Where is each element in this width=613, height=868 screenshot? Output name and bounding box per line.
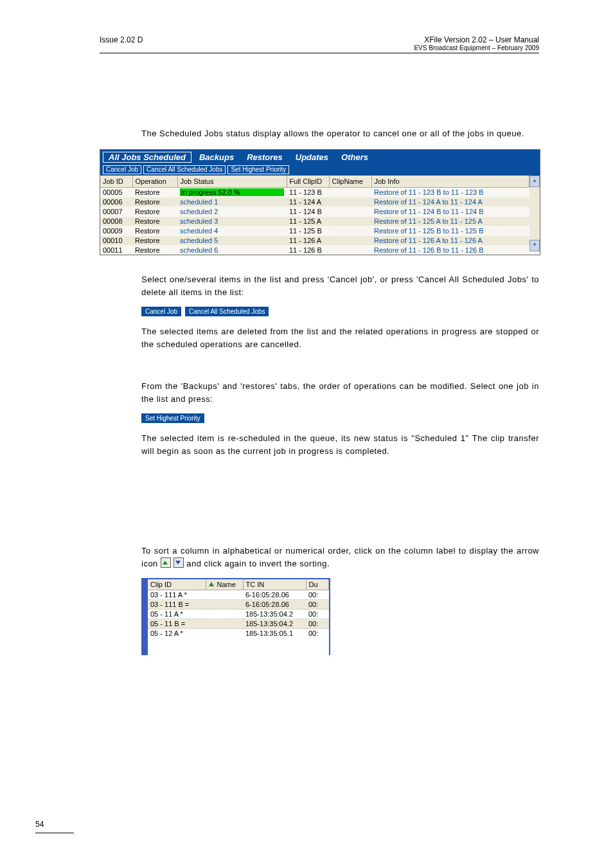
scrollbar[interactable]: ▲ ▼: [529, 176, 540, 251]
col-job-id[interactable]: Job ID: [100, 176, 132, 188]
table-row[interactable]: 00006Restorescheduled 111 - 124 ARestore…: [100, 197, 529, 207]
col-name-label: Name: [217, 581, 236, 588]
table-header-row: Job ID Operation Job Status Full ClipID …: [100, 176, 529, 188]
table-row[interactable]: 00009Restorescheduled 411 - 125 BRestore…: [100, 226, 529, 236]
col-job-status[interactable]: Job Status: [177, 176, 287, 188]
table-cell: 00009: [100, 226, 132, 236]
page-header: Issue 2.02 D XFile Version 2.02 – User M…: [100, 35, 539, 51]
table-cell: Restore: [132, 207, 177, 217]
table-cell: 00:: [306, 600, 329, 610]
sort-ascending-icon: [161, 557, 171, 568]
table-cell: 11 - 125 A: [287, 217, 329, 226]
cancel-job-button[interactable]: Cancel Job: [103, 165, 141, 174]
table-cell: 11 - 125 B: [287, 226, 329, 236]
table-cell: 00008: [100, 217, 132, 226]
table-cell: [329, 217, 371, 226]
table-row[interactable]: 05 - 11 A *185-13:35:04.200:: [148, 610, 329, 619]
table-cell: 00:: [306, 619, 329, 629]
chip-cancel-all[interactable]: Cancel All Scheduled Jobs: [185, 307, 269, 316]
table-cell: 6-16:05:28.06: [243, 600, 306, 610]
table-cell: scheduled 3: [177, 217, 287, 226]
table-cell: Restore: [132, 217, 177, 226]
table-cell: Restore: [132, 226, 177, 236]
table-cell: 185-13:35:05.1: [243, 629, 306, 638]
tab-updates[interactable]: Updates: [290, 152, 333, 162]
tab-restores[interactable]: Restores: [242, 152, 288, 162]
table-row[interactable]: 00005Restorein progress 52.0 %11 - 123 B…: [100, 188, 529, 197]
tabs-row: All Jobs Scheduled Backups Restores Upda…: [100, 150, 540, 164]
table-cell: 03 - 111 A *: [148, 590, 206, 600]
paragraph-rescheduled: The selected item is re-scheduled in the…: [141, 432, 539, 457]
table-cell: [329, 236, 371, 246]
cancel-all-button[interactable]: Cancel All Scheduled Jobs: [143, 165, 226, 174]
paragraph-deleted: The selected items are deleted from the …: [141, 325, 539, 350]
table-cell: [206, 619, 243, 629]
table-cell: [206, 590, 243, 600]
scroll-down-icon[interactable]: ▼: [529, 240, 540, 251]
clip-table: Clip ID Name TC IN Du 03 - 111 A *6-16:0…: [148, 579, 329, 638]
table-cell: scheduled 2: [177, 207, 287, 217]
table-row[interactable]: 00011Restorescheduled 611 - 126 BRestore…: [100, 246, 529, 255]
table-cell: scheduled 4: [177, 226, 287, 236]
table-row[interactable]: 05 - 11 B =185-13:35:04.200:: [148, 619, 329, 629]
paragraph-select: Select one/several items in the list and…: [141, 273, 539, 298]
col-clip-id[interactable]: Clip ID: [148, 579, 206, 590]
paragraph-sort-b: and click again to invert the sorting.: [186, 559, 330, 568]
header-rule: [100, 53, 539, 53]
table-cell: 11 - 123 B: [287, 188, 329, 197]
table-cell: Restore of 11 - 125 B to 11 - 125 B: [371, 226, 529, 236]
table-cell: [329, 207, 371, 217]
table-cell: [329, 246, 371, 255]
col-tc-in[interactable]: TC IN: [243, 579, 306, 590]
table-cell: 00010: [100, 236, 132, 246]
table-cell: 00006: [100, 197, 132, 207]
clip-list-panel: Clip ID Name TC IN Du 03 - 111 A *6-16:0…: [141, 578, 330, 655]
col-clipname[interactable]: ClipName: [329, 176, 371, 188]
scheduled-jobs-panel: All Jobs Scheduled Backups Restores Upda…: [100, 149, 540, 255]
chip-cancel-job[interactable]: Cancel Job: [141, 307, 181, 316]
sort-indicator-icon: [209, 582, 214, 586]
tab-others[interactable]: Others: [336, 152, 373, 162]
table-row[interactable]: 00008Restorescheduled 311 - 125 ARestore…: [100, 217, 529, 226]
table-cell: 185-13:35:04.2: [243, 619, 306, 629]
table-cell: in progress 52.0 %: [177, 188, 287, 197]
table-row[interactable]: 00007Restorescheduled 211 - 124 BRestore…: [100, 207, 529, 217]
header-left: Issue 2.02 D: [100, 35, 143, 44]
table-cell: Restore: [132, 246, 177, 255]
col-job-info[interactable]: Job Info: [371, 176, 529, 188]
table-cell: Restore of 11 - 126 B to 11 - 126 B: [371, 246, 529, 255]
chip-row-cancel: Cancel Job Cancel All Scheduled Jobs: [141, 307, 539, 316]
clip-list-band: [143, 579, 148, 655]
table-cell: 05 - 11 A *: [148, 610, 206, 619]
table-cell: [329, 226, 371, 236]
page-footer: 54: [35, 820, 74, 837]
table-cell: 00:: [306, 610, 329, 619]
col-full-clipid[interactable]: Full ClipID: [287, 176, 329, 188]
table-row[interactable]: 05 - 12 A *185-13:35:05.100:: [148, 629, 329, 638]
table-cell: 11 - 124 A: [287, 197, 329, 207]
col-name[interactable]: Name: [206, 579, 243, 590]
table-row[interactable]: 00010Restorescheduled 511 - 126 ARestore…: [100, 236, 529, 246]
set-highest-priority-button[interactable]: Set Highest Priority: [227, 165, 289, 174]
col-operation[interactable]: Operation: [132, 176, 177, 188]
table-cell: [206, 600, 243, 610]
table-cell: Restore of 11 - 124 B to 11 - 124 B: [371, 207, 529, 217]
table-cell: 05 - 12 A *: [148, 629, 206, 638]
table-row[interactable]: 03 - 111 A *6-16:05:28.0600:: [148, 590, 329, 600]
paragraph-intro: The Scheduled Jobs status display allows…: [141, 127, 539, 140]
table-cell: 05 - 11 B =: [148, 619, 206, 629]
tab-backups[interactable]: Backups: [194, 152, 239, 162]
table-cell: [329, 188, 371, 197]
table-cell: [206, 629, 243, 638]
col-du[interactable]: Du: [306, 579, 329, 590]
table-cell: Restore of 11 - 125 A to 11 - 125 A: [371, 217, 529, 226]
header-subtitle: EVS Broadcast Equipment – February 2009: [414, 44, 539, 51]
table-cell: 00007: [100, 207, 132, 217]
table-cell: 00005: [100, 188, 132, 197]
table-cell: 03 - 111 B =: [148, 600, 206, 610]
scroll-up-icon[interactable]: ▲: [529, 176, 540, 187]
tab-all-jobs[interactable]: All Jobs Scheduled: [103, 152, 191, 163]
chip-set-highest-priority[interactable]: Set Highest Priority: [141, 413, 204, 423]
actions-row: Cancel Job Cancel All Scheduled Jobs Set…: [100, 164, 540, 176]
table-row[interactable]: 03 - 111 B =6-16:05:28.0600:: [148, 600, 329, 610]
